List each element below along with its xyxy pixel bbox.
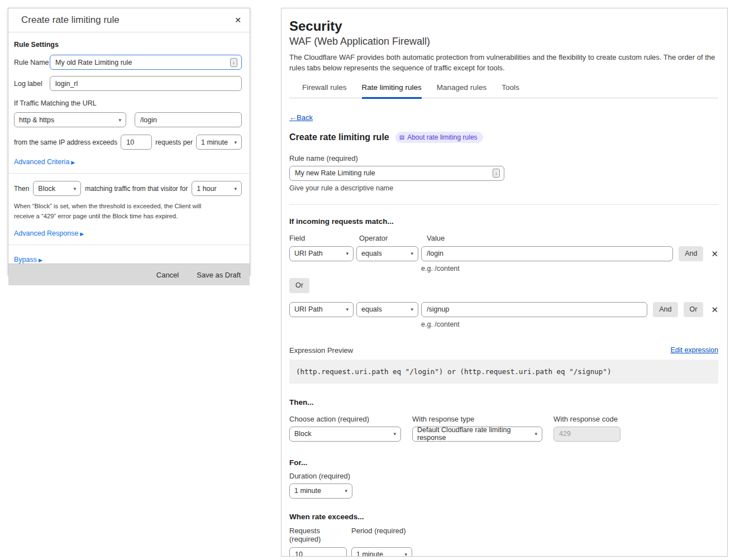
action-select-value: Block — [38, 185, 55, 193]
action-select-value: Block — [294, 430, 312, 438]
create-rule-heading-row: Create rate limiting rule ▤ About rate l… — [289, 132, 718, 143]
action-select[interactable]: Block ▾ — [33, 181, 81, 196]
value-help: e.g. /content — [421, 265, 673, 272]
autofill-icon[interactable]: ↓ — [493, 169, 500, 178]
field-select-value: URI Path — [294, 250, 323, 257]
save-as-draft-button[interactable]: Save as Draft — [197, 271, 241, 279]
chevron-down-icon: ▾ — [411, 307, 413, 312]
tab-firewall-rules[interactable]: Firewall rules — [302, 83, 347, 98]
bypass-label: Bypass — [14, 256, 37, 264]
modal-body: Rule Settings Rule Name ↓ Log label If T… — [8, 32, 250, 264]
rule-name-section: Rule name (required) ↓ Give your rule a … — [289, 154, 718, 192]
page-description: The Cloudflare WAF provides both automat… — [289, 52, 718, 74]
operator-select-value: equals — [361, 250, 382, 257]
field-label: Field — [289, 234, 356, 242]
response-code-input — [553, 427, 621, 442]
create-rate-limiting-rule-modal: Create rate limiting rule ✕ Rule Setting… — [8, 8, 250, 276]
value-help: e.g. /content — [421, 320, 647, 328]
page-subtitle: WAF (Web Application Firewall) — [289, 36, 718, 47]
action-column: Choose action (required) Block ▾ — [289, 415, 401, 442]
chevron-down-icon: ▾ — [234, 186, 237, 192]
or-button[interactable]: Or — [289, 278, 309, 293]
cancel-button[interactable]: Cancel — [156, 271, 179, 279]
url-input-wrap — [135, 112, 242, 127]
chevron-down-icon: ▾ — [74, 186, 77, 192]
advanced-criteria-label: Advanced Criteria — [14, 158, 69, 166]
value-label: Value — [427, 234, 445, 242]
duration-select-value: 1 minute — [294, 487, 321, 495]
threshold-input-wrap — [121, 135, 152, 150]
rule-name-label: Rule Name — [14, 59, 50, 66]
advanced-criteria-link[interactable]: Advanced Criteria▶ — [14, 158, 75, 166]
advanced-response-link[interactable]: Advanced Response▶ — [14, 229, 84, 237]
then-row: Then Block ▾ matching traffic from that … — [14, 181, 242, 196]
duration-select[interactable]: 1 minute ▾ — [289, 484, 352, 499]
condition-labels: Field Operator Value — [289, 234, 718, 242]
and-button[interactable]: And — [679, 246, 703, 261]
chevron-down-icon: ▾ — [534, 431, 537, 437]
response-type-column: With response type Default Cloudflare ra… — [412, 415, 542, 442]
modal-title: Create rate limiting rule — [21, 15, 120, 26]
chevron-down-icon: ▾ — [346, 307, 349, 312]
chevron-right-icon: ▶ — [39, 257, 42, 263]
expression-preview-label: Expression Preview — [289, 346, 353, 355]
url-input[interactable] — [135, 112, 242, 127]
action-select[interactable]: Block ▾ — [289, 427, 401, 442]
chevron-down-icon: ▾ — [393, 431, 396, 437]
remove-condition-icon[interactable]: ✕ — [711, 246, 718, 261]
document-icon: ▤ — [399, 134, 404, 140]
period-label: Period (required) — [351, 527, 406, 543]
rule-name-input[interactable] — [289, 166, 504, 181]
value-input[interactable] — [421, 302, 647, 317]
operator-select[interactable]: equals ▾ — [356, 246, 418, 261]
rule-settings-heading: Rule Settings — [14, 41, 242, 49]
period-select[interactable]: 1 minute ▾ — [351, 547, 412, 557]
chevron-down-icon: ▾ — [346, 251, 349, 256]
rule-name-input-wrap: ↓ — [289, 166, 504, 181]
close-icon[interactable]: ✕ — [235, 16, 241, 25]
requests-input[interactable] — [121, 135, 152, 150]
then-suffix: matching traffic from that visitor for — [85, 185, 188, 193]
block-note: When “Block” is set, when the threshold … — [14, 202, 221, 221]
expression-header: Expression Preview Edit expression — [289, 346, 718, 355]
chevron-down-icon: ▾ — [234, 140, 237, 145]
rule-name-input[interactable] — [50, 55, 242, 70]
rule-name-row: Rule Name ↓ — [14, 55, 242, 70]
page-title: Security — [289, 18, 718, 34]
then-columns: Choose action (required) Block ▾ With re… — [289, 415, 718, 442]
edit-expression-link[interactable]: Edit expression — [671, 346, 718, 354]
or-button[interactable]: Or — [684, 302, 704, 317]
value-cell: e.g. /content — [421, 302, 647, 328]
about-rate-limiting-badge[interactable]: ▤ About rate limiting rules — [395, 132, 483, 143]
value-input[interactable] — [421, 246, 673, 261]
requests-input[interactable] — [289, 547, 347, 557]
period-select[interactable]: 1 minute ▾ — [196, 135, 242, 150]
field-select[interactable]: URI Path ▾ — [289, 302, 354, 317]
autofill-icon[interactable]: ↓ — [230, 58, 237, 67]
rate-heading: When rate exceeds... — [289, 513, 718, 521]
response-type-select[interactable]: Default Cloudflare rate limiting respons… — [412, 427, 542, 442]
rule-name-input-wrap: ↓ — [50, 55, 242, 70]
duration-select-value: 1 hour — [197, 185, 216, 193]
threshold-row: from the same IP address exceeds request… — [14, 135, 242, 150]
scheme-select[interactable]: http & https ▾ — [14, 112, 126, 127]
and-button[interactable]: And — [653, 302, 677, 317]
operator-select[interactable]: equals ▾ — [356, 302, 418, 317]
tab-tools[interactable]: Tools — [502, 83, 519, 98]
expression-code: (http.request.uri.path eq "/login") or (… — [289, 360, 718, 384]
remove-condition-icon[interactable]: ✕ — [711, 302, 718, 317]
value-cell: e.g. /content — [421, 246, 673, 272]
about-badge-label: About rate limiting rules — [407, 133, 477, 141]
period-select-value: 1 minute — [201, 138, 228, 146]
back-link[interactable]: ←Back — [289, 113, 313, 122]
log-label-input[interactable] — [50, 76, 242, 91]
requests-input-wrap — [289, 547, 347, 557]
field-select[interactable]: URI Path ▾ — [289, 246, 354, 261]
bypass-link[interactable]: Bypass▶ — [14, 256, 42, 264]
tab-rate-limiting-rules[interactable]: Rate limiting rules — [362, 83, 422, 99]
duration-select[interactable]: 1 hour ▾ — [192, 181, 242, 196]
operator-select-value: equals — [361, 305, 382, 313]
tab-managed-rules[interactable]: Managed rules — [437, 83, 486, 98]
response-type-label: With response type — [412, 415, 542, 423]
threshold-middle: requests per — [155, 138, 193, 146]
